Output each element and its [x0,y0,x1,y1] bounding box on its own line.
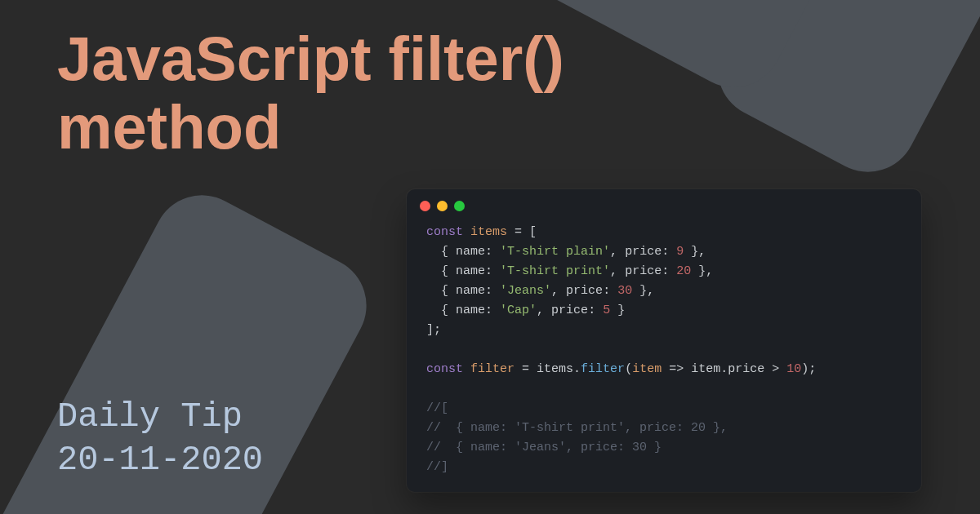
subtitle-date: 20-11-2020 [57,439,263,482]
maximize-icon [454,201,465,211]
code-window: const items = [ { name: 'T-shirt plain',… [407,189,921,492]
code-block: const items = [ { name: 'T-shirt plain',… [407,219,921,477]
subtitle-label: Daily Tip [57,396,263,439]
window-titlebar [407,189,921,219]
subtitle: Daily Tip 20-11-2020 [57,396,263,481]
page-title: JavaScript filter() method [57,24,645,161]
close-icon [420,201,430,211]
minimize-icon [437,201,448,211]
